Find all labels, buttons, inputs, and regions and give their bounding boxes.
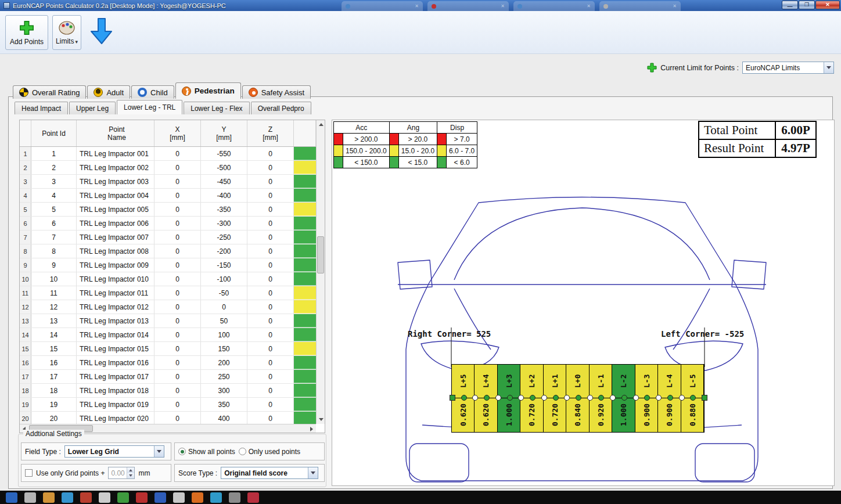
status-cell	[294, 203, 316, 216]
legend-swatch	[437, 134, 447, 145]
taskbar-icon[interactable]	[173, 492, 185, 503]
main-tab-pedestrian[interactable]: Pedestrian	[175, 82, 241, 99]
column-header-x[interactable]: X[mm]	[154, 120, 201, 146]
grid-cell-label: L-2	[612, 365, 634, 397]
field-type-dropdown[interactable]: Lower Leg Grid	[64, 445, 164, 458]
table-row[interactable]: 1515TRL Leg Impactor 01501500	[20, 342, 316, 356]
table-row[interactable]: 22TRL Leg Impactor 0020-5000	[20, 161, 316, 175]
add-points-button[interactable]: Add Points	[5, 15, 48, 50]
limit-dropdown[interactable]: EuroNCAP Limits	[742, 62, 834, 74]
cell-point-name: TRL Leg Impactor 006	[77, 217, 154, 230]
score-type-dropdown[interactable]: Original field score	[221, 467, 318, 479]
row-number: 3	[20, 175, 31, 188]
scroll-right-icon[interactable]	[307, 424, 316, 433]
limits-button[interactable]: Limits	[52, 15, 81, 50]
scroll-down-icon[interactable]	[317, 415, 325, 424]
main-tab-adult[interactable]: Adult	[87, 85, 130, 99]
download-arrow-icon[interactable]	[88, 16, 115, 46]
sub-tab-upper-leg[interactable]: Upper Leg	[69, 102, 116, 114]
scroll-up-icon[interactable]	[317, 120, 325, 129]
sub-tab-lower-leg-trl[interactable]: Lower Leg - TRL	[117, 100, 182, 114]
main-tab-overall-rating[interactable]: Overall Rating	[13, 85, 86, 99]
taskbar-icon[interactable]	[117, 492, 129, 503]
status-cell	[294, 370, 316, 383]
sub-tab-lower-leg-flex[interactable]: Lower Leg - Flex	[184, 102, 249, 114]
column-header-y[interactable]: Y[mm]	[201, 120, 247, 146]
titlebar-tab[interactable]	[599, 1, 681, 11]
sub-tab-head-impact[interactable]: Head Impact	[15, 102, 68, 114]
column-header-point-name[interactable]: PointName	[77, 120, 154, 146]
table-row[interactable]: 66TRL Leg Impactor 0060-3000	[20, 217, 316, 231]
column-header-z[interactable]: Z[mm]	[247, 120, 294, 146]
main-tab-child[interactable]: Child	[131, 85, 174, 99]
radio-show-all-points[interactable]: Show all points	[178, 448, 235, 456]
cell-x: 0	[154, 398, 201, 411]
main-tab-safety-assist[interactable]: Safety Assist	[242, 85, 311, 99]
cell-x: 0	[154, 314, 201, 327]
table-row[interactable]: 1919TRL Leg Impactor 01903500	[20, 398, 316, 412]
grid-center-marker	[667, 395, 673, 401]
column-header-point-id[interactable]: Point Id	[31, 120, 77, 146]
chevron-down-icon[interactable]	[154, 446, 164, 457]
maximize-button[interactable]	[799, 1, 815, 9]
vertical-scroll-thumb[interactable]	[317, 236, 324, 273]
total-point-value: 6.00P	[775, 121, 816, 139]
table-row[interactable]: 1010TRL Leg Impactor 0100-1000	[20, 272, 316, 286]
taskbar-icon[interactable]	[247, 492, 259, 503]
table-row[interactable]: 55TRL Leg Impactor 0050-3500	[20, 203, 316, 217]
taskbar-icon[interactable]	[192, 492, 203, 503]
settings-group-title: Addtional Settings	[23, 430, 84, 438]
legend-text: > 20.0	[398, 134, 437, 145]
table-row[interactable]: 1111TRL Leg Impactor 0110-500	[20, 286, 316, 300]
table-row[interactable]: 1616TRL Leg Impactor 01602000	[20, 356, 316, 370]
sub-tab-overall-pedpro[interactable]: Overall Pedpro	[251, 102, 311, 114]
table-row[interactable]: 99TRL Leg Impactor 0090-1500	[20, 258, 316, 272]
titlebar-tab[interactable]	[427, 1, 509, 11]
cell-z: 0	[247, 300, 294, 314]
table-row[interactable]: 44TRL Leg Impactor 0040-4000	[20, 189, 316, 203]
titlebar[interactable]: EuroNCAP Points Calculator 0.2a [Desktop…	[0, 0, 841, 11]
status-cell	[294, 412, 316, 425]
table-row[interactable]: 33TRL Leg Impactor 0030-4500	[20, 175, 316, 189]
close-button[interactable]	[815, 1, 840, 9]
chevron-down-icon[interactable]	[824, 62, 833, 73]
table-row[interactable]: 1818TRL Leg Impactor 01803000	[20, 384, 316, 398]
grid-boundary-marker	[587, 395, 593, 401]
taskbar-icon[interactable]	[80, 492, 92, 503]
column-header-status	[294, 120, 316, 146]
cell-y: -550	[201, 147, 247, 160]
table-row[interactable]: 1414TRL Leg Impactor 01401000	[20, 328, 316, 342]
table-row[interactable]: 1717TRL Leg Impactor 01702500	[20, 370, 316, 384]
titlebar-tab[interactable]	[513, 1, 595, 11]
taskbar[interactable]	[0, 491, 841, 504]
taskbar-icon[interactable]	[99, 492, 110, 503]
cell-point-name: TRL Leg Impactor 015	[77, 342, 154, 355]
table-row[interactable]: 88TRL Leg Impactor 0080-2000	[20, 244, 316, 258]
cell-x: 0	[154, 244, 201, 258]
table-row[interactable]: 1313TRL Leg Impactor 0130500	[20, 314, 316, 328]
table-row[interactable]: 1212TRL Leg Impactor 012000	[20, 300, 316, 314]
table-row[interactable]: 77TRL Leg Impactor 0070-2500	[20, 231, 316, 244]
titlebar-tab[interactable]	[342, 1, 423, 11]
table-row[interactable]: 11TRL Leg Impactor 0010-5500	[20, 147, 316, 161]
taskbar-icon[interactable]	[154, 492, 166, 503]
cell-point-id: 3	[31, 175, 77, 188]
cell-point-name: TRL Leg Impactor 019	[77, 398, 154, 411]
cell-point-name: TRL Leg Impactor 001	[77, 147, 154, 160]
radio-only-used-points[interactable]: Only used points	[239, 448, 300, 456]
row-number: 10	[20, 272, 31, 286]
chevron-down-icon[interactable]	[308, 467, 318, 478]
taskbar-icon[interactable]	[229, 492, 240, 503]
taskbar-icon[interactable]	[62, 492, 73, 503]
vertical-scrollbar[interactable]	[316, 120, 325, 424]
taskbar-icon[interactable]	[6, 492, 17, 503]
taskbar-icon[interactable]	[136, 492, 148, 503]
taskbar-icon[interactable]	[43, 492, 55, 503]
spinner-up-icon[interactable]	[127, 467, 134, 473]
spinner-down-icon[interactable]	[127, 473, 134, 479]
grid-points-checkbox[interactable]	[25, 469, 33, 477]
taskbar-icon[interactable]	[210, 492, 222, 503]
taskbar-icon[interactable]	[24, 492, 36, 503]
grid-points-spinner[interactable]: 0.00	[108, 467, 135, 479]
minimize-button[interactable]	[782, 1, 798, 9]
